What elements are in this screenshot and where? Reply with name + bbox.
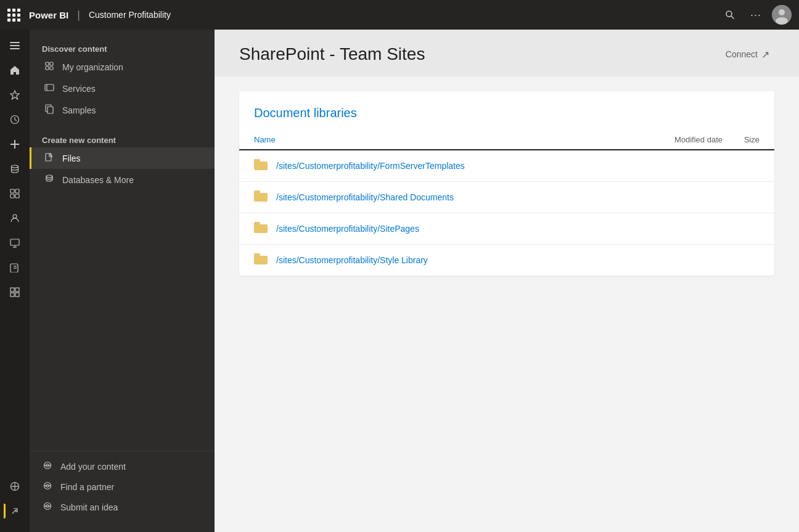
svg-rect-32 [46,67,49,70]
sidebar-item-label: Databases & More [62,175,134,185]
row-file-name[interactable]: /sites/Customerprofitability/SitePages [276,224,624,234]
table-row[interactable]: /sites/Customerprofitability/Shared Docu… [239,182,774,213]
table-header: Name Modified date Size [239,130,774,150]
marketplace-icon[interactable] [4,475,26,497]
content-area: SharePoint - Team Sites Connect ↗ Docume… [215,30,799,532]
content-body: Document libraries Name Modified date Si… [215,76,799,532]
svg-rect-24 [15,288,19,292]
row-file-name[interactable]: /sites/Customerprofitability/Shared Docu… [276,192,624,202]
sidebar-item-label: My organization [62,62,123,72]
sidebar-item-label: Services [62,84,96,94]
find-partner-link[interactable]: Find a partner [30,477,215,497]
datastore-icon[interactable] [4,158,26,180]
svg-point-4 [776,17,788,25]
topbar-workspace-title: Customer Profitability [89,10,171,20]
svg-rect-26 [15,293,19,297]
folder-icon [254,190,268,204]
databases-icon [44,174,55,186]
find-partner-icon [42,481,53,492]
svg-rect-37 [47,107,53,113]
sidebar-item-label: Samples [62,105,96,115]
recent-icon[interactable] [4,108,26,131]
sidebar-item-my-organization[interactable]: My organization [30,56,215,78]
svg-point-12 [12,165,18,168]
row-file-name[interactable]: /sites/Customerprofitability/FormServerT… [276,161,624,171]
user-avatar[interactable] [772,5,792,25]
svg-rect-34 [45,84,54,91]
add-content-icon [42,461,53,472]
svg-rect-23 [10,288,14,292]
create-new-content-label: Create new content [30,131,215,147]
svg-rect-18 [10,239,19,245]
book-icon[interactable] [4,256,26,279]
people-icon[interactable] [4,207,26,229]
sidebar-item-databases[interactable]: Databases & More [30,169,215,190]
home-icon[interactable] [4,59,26,81]
services-icon [44,83,55,94]
sidebar-bottom: Add your content Find a partner [30,451,215,522]
table-row[interactable]: /sites/Customerprofitability/Style Libra… [239,245,774,276]
svg-rect-15 [10,194,14,198]
submit-idea-link[interactable]: Submit an idea [30,497,215,517]
create-icon[interactable] [4,133,26,155]
table-row[interactable]: /sites/Customerprofitability/SitePages [239,213,774,245]
org-icon [44,61,55,73]
sidebar-item-services[interactable]: Services [30,78,215,99]
topbar: Power BI | Customer Profitability ··· [0,0,799,30]
svg-rect-33 [50,67,53,70]
brand-name: Power BI [29,10,68,20]
favorites-icon[interactable] [4,84,26,106]
sidebar-icons [0,30,30,532]
connect-button[interactable]: Connect ↗ [721,46,774,63]
table-row[interactable]: /sites/Customerprofitability/FormServerT… [239,150,774,182]
row-file-name[interactable]: /sites/Customerprofitability/Style Libra… [276,255,624,265]
svg-marker-8 [10,91,19,99]
submit-idea-icon [42,502,53,512]
column-name-header: Name [254,135,624,144]
svg-rect-14 [15,189,19,193]
expand-icon[interactable] [4,500,26,522]
svg-point-3 [779,9,785,15]
folder-icon [254,222,268,235]
svg-rect-16 [15,194,19,198]
hamburger-menu-icon[interactable] [4,35,26,57]
svg-rect-6 [10,45,20,46]
content-header: SharePoint - Team Sites Connect ↗ [215,30,799,76]
connect-arrow-icon: ↗ [761,49,769,60]
svg-rect-30 [46,62,49,65]
svg-point-0 [726,11,732,17]
svg-rect-25 [10,293,14,297]
files-icon [44,152,55,164]
svg-rect-5 [10,42,20,43]
folder-icon [254,253,268,267]
apps-icon[interactable] [4,281,26,303]
sidebar-item-label: Files [62,153,81,163]
column-size-header: Size [723,135,760,144]
column-modified-header: Modified date [624,135,723,144]
add-content-link[interactable]: Add your content [30,456,215,477]
sidebar-item-samples[interactable]: Samples [30,99,215,121]
topbar-separator: | [77,9,80,22]
page-title: SharePoint - Team Sites [239,44,425,64]
samples-icon [44,104,55,116]
dashboard-icon[interactable] [4,182,26,205]
search-icon[interactable] [720,5,740,25]
svg-rect-11 [10,144,19,145]
connect-label: Connect [726,49,758,59]
svg-point-17 [13,215,17,218]
svg-rect-13 [10,189,14,193]
document-libraries-box: Document libraries Name Modified date Si… [239,91,774,276]
svg-point-39 [46,175,52,178]
document-libraries-title: Document libraries [239,106,774,130]
folder-icon [254,159,268,173]
add-content-label: Add your content [60,462,126,472]
find-partner-label: Find a partner [60,482,114,492]
submit-idea-label: Submit an idea [60,502,118,512]
discover-content-label: Discover content [30,39,215,56]
presentation-icon[interactable] [4,232,26,254]
sidebar-panel: Discover content My organization Service… [30,30,215,532]
grid-menu-icon[interactable] [7,9,20,22]
svg-rect-7 [10,48,20,49]
more-options-icon[interactable]: ··· [746,5,766,25]
sidebar-item-files[interactable]: Files [30,147,215,169]
